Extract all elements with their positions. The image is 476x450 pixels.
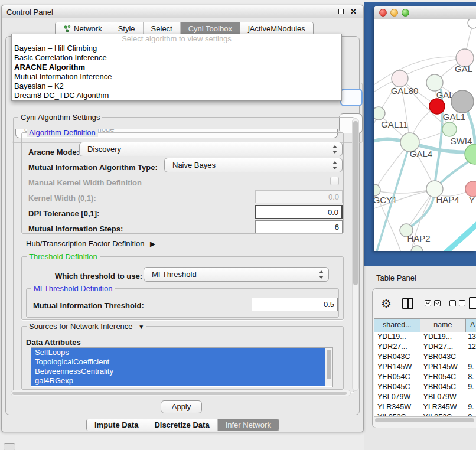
select-all-checkbox-icon[interactable] — [434, 300, 441, 306]
data-attributes-list[interactable]: SelfLoopsTopologicalCoefficientBetweenne… — [31, 347, 333, 387]
network-edge[interactable] — [374, 57, 465, 93]
mi-threshold-legend: MI Threshold Definition — [31, 284, 115, 293]
settings-vertical-scrollbar[interactable] — [352, 118, 359, 391]
node-table[interactable]: shared... name A YDL19...YDL19...13YDR27… — [374, 318, 476, 416]
attributes-list-scrollbar[interactable] — [325, 348, 332, 386]
table-row[interactable]: YBR043CYBR043C — [374, 352, 476, 362]
dpi-tolerance-field[interactable]: 0.0 — [255, 205, 343, 219]
bottom-tab-bar: Impute DataDiscretize DataInfer Network — [86, 419, 279, 431]
network-canvas[interactable]: GALGAL80GAL10GAL1GAL11SWI4GAL4GCY1HAP4YH… — [374, 19, 476, 251]
node-gal11[interactable] — [374, 107, 385, 120]
mi-threshold-field[interactable]: 0.5 — [252, 298, 338, 311]
tab-select[interactable]: Select — [144, 22, 181, 35]
expanded-arrow-icon: ▼ — [138, 324, 144, 330]
aracne-mode-value: Discovery — [87, 145, 121, 154]
dropdown-item-bayesian-hill-climbing[interactable]: Bayesian – Hill Climbing — [12, 44, 341, 53]
table-cell: 9. — [466, 402, 476, 412]
aracne-mode-combo[interactable]: Discovery — [79, 142, 343, 156]
deselect-all-checkbox-icon[interactable] — [459, 300, 465, 306]
dropdown-item-dream8-dc-tdc-algorithm[interactable]: Dream8 DC_TDC Algorithm — [12, 91, 341, 100]
dropdown-item-mutual-information-inference[interactable]: Mutual Information Inference — [12, 72, 341, 81]
tab-infer-network[interactable]: Infer Network — [218, 419, 279, 431]
table-row[interactable]: YBR045CYBR045C9. — [374, 382, 476, 392]
attribute-item-betweennesscentrality[interactable]: BetweennessCentrality — [31, 367, 332, 376]
attribute-item-topologicalcoefficient[interactable]: TopologicalCoefficient — [31, 357, 332, 367]
table-row[interactable]: YIL052CYIL052C9. — [374, 412, 476, 416]
close-panel-icon[interactable]: ✕ — [350, 7, 357, 16]
manual-kernel-checkbox[interactable] — [330, 177, 339, 185]
attribute-item-gal4rgexp[interactable]: gal4RGexp — [31, 376, 332, 386]
network-edge[interactable] — [374, 189, 435, 193]
node-partial-top[interactable] — [468, 19, 476, 28]
apply-button[interactable]: Apply — [161, 400, 202, 413]
dpi-tolerance-label: DPI Tolerance [0,1]: — [28, 209, 99, 218]
dropdown-item-basic-correlation-inference[interactable]: Basic Correlation Inference — [12, 53, 341, 63]
select-all-checkbox-icon[interactable] — [425, 300, 431, 306]
network-window-titlebar[interactable] — [374, 6, 476, 19]
minimize-traffic-light[interactable] — [390, 9, 398, 17]
algorithm-dropdown-items: Bayesian – Hill ClimbingBasic Correlatio… — [12, 44, 341, 100]
zoom-traffic-light[interactable] — [402, 9, 409, 17]
node-partial-bottom[interactable] — [411, 246, 423, 251]
node-gray[interactable] — [451, 90, 474, 113]
table-row[interactable]: YDL19...YDL19...13 — [374, 332, 476, 342]
mi-type-value: Naive Bayes — [172, 161, 216, 169]
settings-horizontal-scrollbar[interactable] — [11, 390, 351, 396]
control-panel-title: Control Panel — [6, 8, 53, 17]
sources-legend[interactable]: Sources for Network Inference ▼ — [27, 322, 146, 331]
which-threshold-label: Which threshold to use: — [55, 272, 142, 281]
export-table-icon[interactable] — [469, 297, 476, 309]
mi-type-combo[interactable]: Naive Bayes — [164, 158, 343, 172]
control-panel-window: Control Panel ✕ NetworkStyleSelectCyni T… — [1, 5, 364, 432]
node-green-bright[interactable] — [465, 144, 476, 164]
table-cell: YIL052C — [420, 412, 467, 416]
column-header-name[interactable]: name — [420, 319, 467, 332]
which-threshold-combo[interactable]: MI Threshold — [144, 267, 329, 282]
mi-steps-field[interactable]: 6 — [255, 220, 343, 233]
control-panel-titlebar[interactable]: Control Panel ✕ — [2, 5, 363, 18]
kernel-width-field[interactable]: 0.0 — [255, 190, 343, 203]
table-panel-title: Table Panel — [376, 273, 416, 282]
collapsed-panel-icon[interactable] — [4, 443, 15, 450]
dropdown-item-bayesian-k2[interactable]: Bayesian – K2 — [12, 81, 341, 91]
network-edge[interactable] — [443, 222, 476, 251]
tab-impute-data[interactable]: Impute Data — [87, 419, 146, 431]
tab-label: Select — [151, 24, 172, 33]
table-row[interactable]: YBL079WYBL079W — [374, 392, 476, 402]
sources-legend-text: Sources for Network Inference — [29, 322, 133, 331]
table-row[interactable]: YDR27...YDR27...12 — [374, 342, 476, 352]
hub-definition-toggle[interactable]: Hub/Transcription Factor Definition ▶ — [26, 239, 155, 248]
dropdown-item-aracne-algorithm[interactable]: ARACNE Algorithm — [12, 63, 341, 72]
column-header-shared-name[interactable]: shared... — [374, 319, 420, 332]
table-cell: YDL19... — [374, 332, 420, 342]
table-cell: YBL079W — [374, 392, 420, 402]
tab-discretize-data[interactable]: Discretize Data — [146, 419, 217, 431]
network-view-window[interactable]: GALGAL80GAL10GAL1GAL11SWI4GAL4GCY1HAP4YH… — [374, 6, 476, 251]
table-row[interactable]: YLR345WYLR345W9. — [374, 402, 476, 412]
attribute-item-selfloops[interactable]: SelfLoops — [31, 348, 332, 357]
node-gcy1[interactable] — [374, 184, 380, 196]
hidden-focused-combo-fragment[interactable] — [340, 89, 363, 106]
deselect-all-checkbox-icon[interactable] — [449, 300, 456, 306]
tab-network[interactable]: Network — [56, 22, 110, 35]
which-threshold-value: MI Threshold — [152, 270, 197, 279]
tab-style[interactable]: Style — [110, 22, 144, 35]
tab-jactivemnodules[interactable]: jActiveMNodules — [240, 22, 313, 35]
float-panel-icon[interactable] — [338, 9, 344, 14]
threshold-definition-legend: Threshold Definition — [27, 252, 100, 261]
close-traffic-light[interactable] — [379, 9, 387, 17]
data-attributes-label: Data Attributes — [26, 338, 81, 347]
table-row[interactable]: YER054CYER054C8. — [374, 372, 476, 382]
node-y-pink-label: Y — [469, 195, 475, 205]
node-swi4[interactable] — [442, 122, 457, 136]
node-gal10[interactable] — [426, 74, 443, 91]
column-header-partial[interactable]: A — [466, 319, 476, 332]
table-horizontal-scrollbar[interactable] — [374, 416, 476, 423]
algorithm-dropdown[interactable]: Select algorithm to view settings Bayesi… — [11, 34, 342, 101]
split-columns-icon[interactable] — [402, 298, 413, 309]
node-gal80[interactable] — [392, 70, 408, 87]
table-row[interactable]: YPR145WYPR145W9. — [374, 362, 476, 372]
tab-cyni-toolbox[interactable]: Cyni Toolbox — [181, 22, 240, 35]
node-gal4-label: GAL4 — [410, 149, 432, 159]
gear-icon[interactable]: ⚙ — [381, 296, 392, 311]
